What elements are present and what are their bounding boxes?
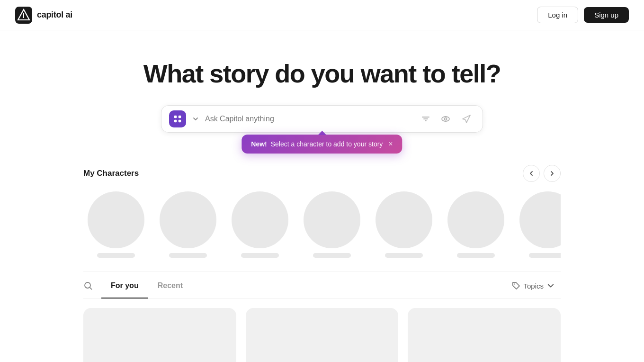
content-card[interactable] — [246, 308, 399, 362]
tabs-section: For you Recent Topics — [83, 273, 561, 299]
svg-point-7 — [442, 117, 449, 121]
character-card[interactable] — [155, 191, 221, 258]
character-avatar — [160, 191, 216, 248]
chevron-down-topics-icon — [546, 281, 555, 290]
character-name-bar — [241, 253, 279, 258]
svg-rect-5 — [174, 120, 177, 122]
character-avatar — [376, 191, 432, 248]
character-name-bar — [385, 253, 423, 258]
character-name-bar — [457, 253, 495, 258]
topics-label: Topics — [523, 282, 544, 290]
chevron-down-icon — [192, 115, 199, 123]
svg-rect-4 — [179, 116, 181, 118]
chevron-down-button[interactable] — [191, 115, 200, 123]
nav-arrows — [523, 165, 561, 182]
content-cards — [83, 308, 561, 362]
character-name-bar — [169, 253, 207, 258]
tab-recent[interactable]: Recent — [148, 274, 192, 299]
section-header: My Characters — [83, 165, 561, 182]
send-icon — [461, 114, 472, 124]
search-actions — [418, 110, 475, 127]
section-title: My Characters — [83, 169, 139, 178]
character-avatar — [447, 191, 504, 248]
tooltip: New! Select a character to add to your s… — [242, 135, 402, 154]
filter-icon — [420, 114, 431, 124]
sign-up-button[interactable]: Sign up — [584, 7, 629, 23]
eye-icon — [440, 114, 451, 124]
character-name-bar — [97, 253, 135, 258]
tabs-bar: For you Recent Topics — [83, 273, 561, 299]
svg-rect-3 — [174, 116, 177, 118]
nav-arrow-right-button[interactable] — [544, 165, 561, 182]
svg-point-9 — [85, 282, 90, 288]
search-bar-wrapper: New! Select a character to add to your s… — [161, 105, 483, 133]
logo-text: capitol ai — [37, 10, 72, 20]
logo: capitol ai — [15, 7, 72, 24]
characters-section: My Characters Ne — [83, 152, 561, 272]
character-name-bar — [313, 253, 351, 258]
tooltip-message: Select a character to add to your story — [271, 140, 383, 148]
search-bar — [161, 105, 483, 133]
nav-arrow-left-button[interactable] — [523, 165, 540, 182]
character-name-bar — [529, 253, 561, 258]
arrow-left-icon — [528, 170, 535, 177]
section-divider — [83, 271, 561, 272]
character-avatar — [88, 191, 144, 248]
content-card[interactable] — [408, 308, 561, 362]
tooltip-close-button[interactable]: × — [388, 140, 393, 148]
hero-title: What story do you want to tell? — [143, 59, 501, 88]
character-card[interactable] — [299, 191, 365, 258]
tab-search-button[interactable] — [83, 273, 98, 298]
tooltip-new-label: New! — [251, 140, 267, 148]
character-card[interactable] — [227, 191, 293, 258]
search-input[interactable] — [205, 115, 413, 123]
logo-icon — [15, 7, 32, 24]
characters-row: Ne — [83, 191, 561, 258]
svg-point-8 — [445, 118, 447, 120]
character-avatar — [304, 191, 360, 248]
eye-button[interactable] — [438, 111, 453, 127]
grid-icon — [173, 115, 182, 123]
header-actions: Log in Sign up — [537, 7, 629, 23]
arrow-right-icon — [548, 170, 556, 177]
hero-section: What story do you want to tell? — [0, 30, 644, 152]
character-avatar — [519, 191, 561, 248]
content-card[interactable] — [83, 308, 236, 362]
filter-button[interactable] — [418, 111, 433, 127]
tab-for-you[interactable]: For you — [101, 274, 148, 299]
grid-icon-button[interactable] — [169, 110, 186, 127]
svg-point-10 — [514, 284, 515, 285]
character-card[interactable] — [83, 191, 149, 258]
send-button[interactable] — [458, 110, 475, 127]
tag-icon — [512, 281, 520, 290]
topics-button[interactable]: Topics — [506, 278, 561, 294]
character-card[interactable] — [443, 191, 509, 258]
search-icon — [83, 281, 93, 290]
character-card[interactable] — [515, 191, 561, 258]
log-in-button[interactable]: Log in — [537, 7, 578, 23]
character-card[interactable] — [371, 191, 437, 258]
character-avatar — [232, 191, 288, 248]
svg-rect-6 — [179, 120, 181, 122]
